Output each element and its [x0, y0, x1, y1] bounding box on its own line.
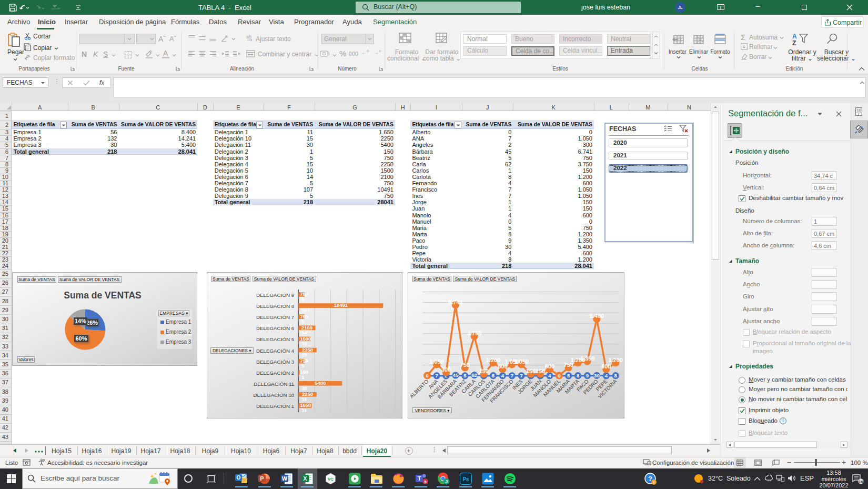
svg-text:5: 5 — [463, 373, 467, 378]
svg-text:5: 5 — [301, 318, 305, 324]
svg-text:5: 5 — [301, 363, 305, 368]
svg-text:VC: VC — [328, 477, 334, 482]
svg-text:DELEGACIÓN 10: DELEGACIÓN 10 — [253, 392, 294, 397]
svg-text:10491: 10491 — [334, 302, 348, 308]
svg-text:62: 62 — [471, 372, 477, 378]
svg-text:8: 8 — [491, 373, 494, 378]
svg-text:150: 150 — [526, 367, 536, 374]
svg-text:3.750: 3.750 — [467, 330, 482, 336]
svg-text:750: 750 — [460, 362, 469, 368]
svg-text:5: 5 — [567, 373, 570, 378]
svg-text:107: 107 — [301, 307, 310, 313]
svg-text:DELEGACIÓN 2: DELEGACIÓN 2 — [256, 370, 294, 375]
svg-text:DELEGACIÓN 6: DELEGACIÓN 6 — [256, 325, 294, 331]
svg-text:DELEGACIÓN 8: DELEGACIÓN 8 — [256, 303, 294, 309]
svg-text:DELEGACIÓN 9: DELEGACIÓN 9 — [256, 292, 294, 298]
svg-text:1.200: 1.200 — [486, 357, 500, 363]
svg-text:DELEGACIÓN 3: DELEGACIÓN 3 — [256, 358, 294, 364]
svg-text:DELEGACIÓN 11: DELEGACIÓN 11 — [254, 381, 294, 386]
svg-text:J: J — [445, 479, 448, 484]
svg-text:30: 30 — [301, 385, 307, 391]
svg-text:8: 8 — [614, 373, 617, 378]
svg-text:1.050: 1.050 — [429, 358, 444, 365]
svg-text:0: 0 — [558, 372, 560, 378]
svg-text:5.400: 5.400 — [589, 313, 604, 319]
svg-text:1.050: 1.050 — [514, 358, 529, 365]
svg-text:X: X — [303, 475, 307, 482]
svg-text:15: 15 — [301, 352, 307, 357]
svg-text:i: i — [653, 480, 654, 485]
svg-text:W: W — [282, 475, 288, 482]
svg-text:7: 7 — [510, 373, 513, 378]
svg-text:1.200: 1.200 — [608, 357, 623, 363]
svg-text:4: 4 — [604, 373, 608, 378]
svg-text:P: P — [260, 475, 264, 482]
svg-text:600: 600 — [601, 363, 611, 370]
svg-text:Ps: Ps — [462, 476, 469, 482]
svg-text:10: 10 — [301, 341, 307, 346]
svg-text:DELEGACIÓN 7: DELEGACIÓN 7 — [256, 314, 294, 320]
svg-text:4: 4 — [501, 373, 504, 378]
svg-text:14: 14 — [301, 330, 307, 335]
svg-text:ALBERTO: ALBERTO — [408, 378, 429, 399]
svg-text:1: 1 — [301, 374, 305, 380]
svg-text:ab: ab — [246, 34, 251, 39]
svg-text:11: 11 — [301, 407, 307, 413]
svg-text:9: 9 — [586, 373, 588, 378]
svg-text:DELEGACIÓN 4: DELEGACIÓN 4 — [256, 347, 294, 353]
svg-text:30: 30 — [594, 372, 600, 378]
svg-text:7: 7 — [435, 373, 438, 378]
svg-text:6.741: 6.741 — [448, 298, 463, 305]
svg-text:150: 150 — [479, 367, 488, 374]
svg-text:150: 150 — [535, 367, 544, 374]
svg-text:45: 45 — [452, 372, 458, 378]
svg-text:10: 10 — [859, 480, 863, 484]
svg-text:5400: 5400 — [315, 380, 326, 386]
svg-text:600: 600 — [544, 363, 554, 370]
svg-text:8: 8 — [577, 373, 579, 378]
svg-text:1.350: 1.350 — [580, 355, 594, 362]
svg-text:5: 5 — [424, 480, 427, 484]
svg-text:O: O — [237, 475, 241, 481]
svg-text:T: T — [418, 475, 421, 482]
svg-text:0: 0 — [426, 372, 428, 378]
svg-text:15: 15 — [301, 396, 307, 402]
svg-text:5: 5 — [301, 296, 305, 302]
svg-text:300: 300 — [441, 366, 450, 372]
svg-text:DELEGACIÓN 5: DELEGACIÓN 5 — [256, 336, 294, 342]
svg-text:7: 7 — [520, 373, 522, 378]
svg-text:DELEGACIÓN 1: DELEGACIÓN 1 — [256, 403, 294, 409]
svg-text:4: 4 — [548, 373, 551, 378]
